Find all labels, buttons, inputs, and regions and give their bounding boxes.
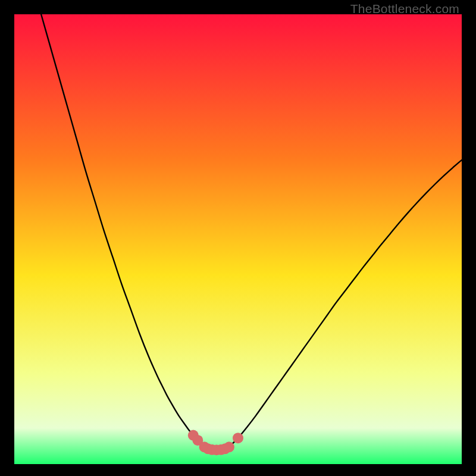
gradient-background [14,14,462,464]
marker-point [233,433,243,443]
bottleneck-curve-plot [14,14,462,464]
chart-stage: TheBottleneck.com [0,0,476,476]
marker-point [224,441,234,452]
